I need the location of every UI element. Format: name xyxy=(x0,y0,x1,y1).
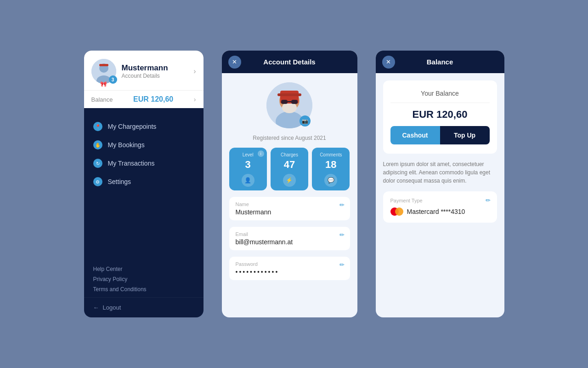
close-button[interactable]: ✕ xyxy=(228,56,241,69)
password-label: Password xyxy=(236,261,344,267)
level-value: 3 xyxy=(245,159,251,171)
email-value: bill@mustermann.at xyxy=(236,238,344,246)
stat-card-comments: Comments 18 💬 xyxy=(312,148,350,190)
user-info: Mustermann Account Details xyxy=(122,63,188,79)
balance-card: Your Balance EUR 120,60 Cashout Top Up xyxy=(383,80,497,154)
bookings-icon: ✋ xyxy=(93,140,102,150)
svg-rect-3 xyxy=(99,64,108,66)
password-field-card: Password •••••••••••• ✏ xyxy=(229,257,350,280)
account-header: ✕ Account Details xyxy=(222,51,357,73)
sidebar-header: 3 🎀 Mustermann Account Details › xyxy=(84,51,204,90)
charges-icon: ⚡ xyxy=(283,174,296,187)
sidebar-item-label: My Transactions xyxy=(108,160,155,167)
payment-name: Mastercard ****4310 xyxy=(407,208,465,215)
logout-button[interactable]: ← Logout xyxy=(84,297,204,317)
chargepoints-icon: 📍 xyxy=(93,122,102,131)
sidebar-item-label: My Chargepoints xyxy=(108,123,157,130)
svg-rect-11 xyxy=(291,100,298,104)
stat-card-level: i Level 3 👤 xyxy=(229,148,267,190)
name-edit-icon[interactable]: ✏ xyxy=(339,201,345,208)
name-field-card: Name Mustermann ✏ xyxy=(229,197,350,220)
balance-amount-display: EUR 120,60 xyxy=(413,109,468,121)
info-icon: i xyxy=(258,150,264,157)
balance-panel: ✕ Balance Your Balance EUR 120,60 Cashou… xyxy=(376,51,504,317)
lorem-text: Lorem ipsum dolor sit amet, consectetuer… xyxy=(383,160,497,185)
sidebar-item-label: Settings xyxy=(108,178,131,185)
balance-divider xyxy=(390,103,490,103)
account-details-panel: ✕ Account Details xyxy=(222,51,357,317)
comments-value: 18 xyxy=(325,159,336,171)
level-label: Level xyxy=(243,152,254,157)
email-label: Email xyxy=(236,231,344,237)
privacy-policy-link[interactable]: Privacy Policy xyxy=(93,276,194,282)
balance-close-button[interactable]: ✕ xyxy=(382,56,395,69)
logout-arrow-icon: ← xyxy=(93,304,99,311)
stat-card-charges: Charges 47 ⚡ xyxy=(271,148,308,190)
name-value: Mustermann xyxy=(236,208,344,216)
profile-picture-wrap: 📷 xyxy=(266,82,312,128)
logout-label: Logout xyxy=(103,304,121,311)
header-arrow-icon: › xyxy=(193,67,196,75)
sidebar-panel: 3 🎀 Mustermann Account Details › Balance… xyxy=(84,51,204,317)
payment-card: Payment Type Mastercard ****4310 ✏ xyxy=(383,191,497,223)
svg-rect-9 xyxy=(277,93,301,96)
settings-icon: ⚙ xyxy=(93,177,102,186)
stats-row: i Level 3 👤 Charges 47 ⚡ Comments 18 💬 xyxy=(229,148,350,190)
comments-icon: 💬 xyxy=(324,174,337,187)
bow-tie-icon: 🎀 xyxy=(100,81,107,87)
registered-text: Registered since August 2021 xyxy=(253,135,326,141)
sidebar-item-bookings[interactable]: ✋ My Bookings xyxy=(84,136,204,154)
charges-value: 47 xyxy=(284,159,295,171)
balance-header: ✕ Balance xyxy=(376,51,504,73)
sidebar-item-chargepoints[interactable]: 📍 My Chargepoints xyxy=(84,117,204,136)
user-subtitle: Account Details xyxy=(122,73,188,79)
sidebar-item-settings[interactable]: ⚙ Settings xyxy=(84,172,204,191)
password-value: •••••••••••• xyxy=(236,268,344,276)
comments-label: Comments xyxy=(320,152,342,157)
cashout-button[interactable]: Cashout xyxy=(390,126,440,144)
charges-label: Charges xyxy=(281,152,298,157)
avatar: 3 🎀 xyxy=(91,59,116,84)
password-edit-icon[interactable]: ✏ xyxy=(339,261,345,268)
name-label: Name xyxy=(236,201,344,207)
level-icon: 👤 xyxy=(242,174,254,187)
terms-link[interactable]: Terms and Conditions xyxy=(93,286,194,293)
balance-arrow-icon: › xyxy=(194,96,196,103)
balance-actions: Cashout Top Up xyxy=(390,126,490,144)
sidebar-menu: 📍 My Chargepoints ✋ My Bookings ↻ My Tra… xyxy=(84,108,204,261)
your-balance-label: Your Balance xyxy=(421,90,459,97)
mastercard-icon xyxy=(390,207,403,216)
balance-label: Balance xyxy=(91,96,113,103)
balance-row[interactable]: Balance EUR 120,60 › xyxy=(84,90,204,108)
camera-icon[interactable]: 📷 xyxy=(300,115,311,126)
sidebar-item-label: My Bookings xyxy=(108,141,145,149)
sidebar-item-transactions[interactable]: ↻ My Transactions xyxy=(84,154,204,172)
account-body: 📷 Registered since August 2021 i Level 3… xyxy=(222,73,357,317)
user-name: Mustermann xyxy=(122,63,188,73)
email-edit-icon[interactable]: ✏ xyxy=(339,231,345,238)
balance-body: Your Balance EUR 120,60 Cashout Top Up L… xyxy=(376,73,504,317)
panel-title: Account Details xyxy=(263,58,315,66)
help-center-link[interactable]: Help Center xyxy=(93,266,194,272)
payment-info: Mastercard ****4310 xyxy=(390,207,490,216)
balance-title: Balance xyxy=(427,58,453,66)
balance-amount: EUR 120,60 xyxy=(133,95,173,104)
payment-type-label: Payment Type xyxy=(390,198,490,203)
topup-button[interactable]: Top Up xyxy=(440,126,490,144)
sidebar-links: Help Center Privacy Policy Terms and Con… xyxy=(84,261,204,297)
notification-badge: 3 xyxy=(109,75,117,84)
transactions-icon: ↻ xyxy=(93,159,102,168)
payment-edit-icon[interactable]: ✏ xyxy=(486,197,491,204)
svg-rect-10 xyxy=(281,100,288,104)
email-field-card: Email bill@mustermann.at ✏ xyxy=(229,227,350,250)
